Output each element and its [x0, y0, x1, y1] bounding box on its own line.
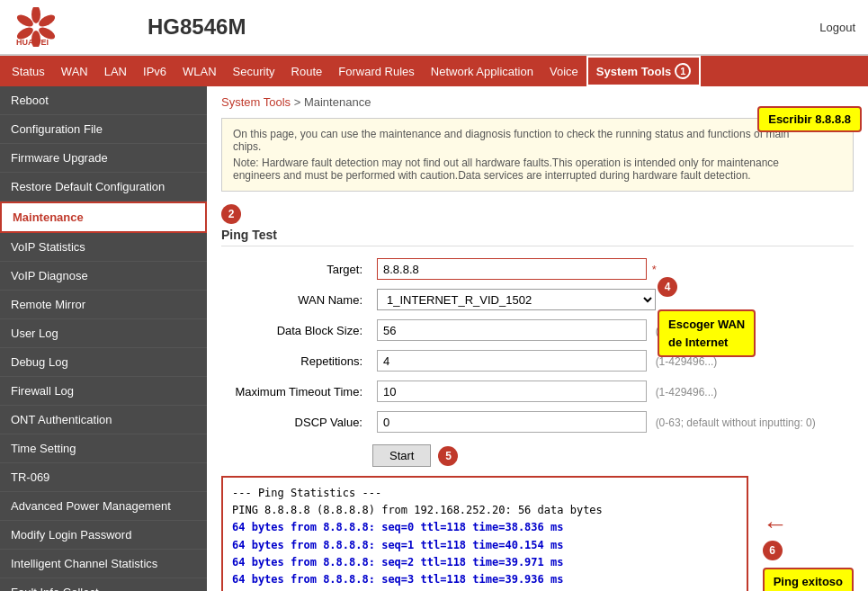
info-text-2: Note: Hardware fault detection may not f… [233, 157, 817, 182]
label-dscp: DSCP Value: [221, 407, 370, 437]
svg-text:HUAWEI: HUAWEI [16, 38, 49, 47]
sidebar-item-maintenance[interactable]: Maintenance [0, 201, 207, 233]
field-wan-cell: 1_INTERNET_R_VID_1502 1_TR069_R_VID_1503… [370, 284, 823, 315]
timeout-input[interactable] [377, 381, 647, 402]
dscp-input[interactable] [377, 411, 647, 433]
badge-4: 4 [658, 277, 677, 297]
form-row-dscp: DSCP Value: (0-63; default without input… [221, 407, 823, 437]
field-target-cell: * [370, 254, 823, 284]
ping-output-wrapper: --- Ping Statistics --- PING 8.8.8.8 (8.… [221, 476, 854, 591]
nav-item-wan[interactable]: WAN [53, 58, 96, 85]
ping-test-section: Ping Test Target: * WAN Name: 1_INTERNET… [221, 228, 854, 591]
info-box: 3 Escribir 8.8.8.8 On this page, you can… [221, 118, 854, 192]
sidebar-item-remote-mirror[interactable]: Remote Mirror [0, 291, 207, 319]
svg-point-0 [31, 7, 40, 23]
sidebar-item-time-setting[interactable]: Time Setting [0, 434, 207, 463]
wan-select[interactable]: 1_INTERNET_R_VID_1502 1_TR069_R_VID_1503… [377, 289, 656, 310]
badge-6: 6 [763, 541, 783, 560]
form-row-wan: WAN Name: 1_INTERNET_R_VID_1502 1_TR069_… [221, 284, 823, 315]
form-row-timeout: Maximum Timeout Time: (1-429496...) [221, 376, 823, 407]
repetitions-input[interactable] [377, 350, 647, 372]
sidebar-item-ont-auth[interactable]: ONT Authentication [0, 406, 207, 434]
badge-5: 5 [438, 446, 458, 466]
hint-timeout: (1-429496...) [656, 386, 718, 398]
start-button[interactable]: Start [372, 444, 431, 467]
ping-output[interactable]: --- Ping Statistics --- PING 8.8.8.8 (8.… [221, 476, 748, 591]
ping-annotation-area: ← 6 Ping exitoso [763, 512, 854, 591]
sidebar-item-intelligent-channel[interactable]: Intelligent Channel Statistics [0, 550, 207, 578]
sidebar-item-reboot[interactable]: Reboot [0, 86, 207, 115]
sidebar-item-user-log[interactable]: User Log [0, 319, 207, 348]
breadcrumb-separator: > [294, 95, 304, 109]
label-repetitions: Repetitions: [221, 345, 370, 376]
ping-test-title: Ping Test [221, 228, 854, 246]
nav-item-network-app[interactable]: Network Application [423, 58, 541, 85]
header: HUAWEI HG8546M Logout [0, 0, 868, 56]
nav-item-lan[interactable]: LAN [96, 58, 135, 85]
nav-item-security[interactable]: Security [225, 58, 283, 85]
nav-item-ipv6[interactable]: IPv6 [135, 58, 174, 85]
form-row-target: Target: * [221, 254, 823, 284]
nav-item-forward-rules[interactable]: Forward Rules [330, 58, 423, 85]
breadcrumb-current: Maintenance [304, 95, 371, 109]
label-target: Target: [221, 254, 370, 284]
sidebar-item-tr069[interactable]: TR-069 [0, 463, 207, 492]
sidebar-item-config-file[interactable]: Configuration File [0, 115, 207, 144]
nav-item-wlan[interactable]: WLAN [174, 58, 225, 85]
device-title: HG8546M [148, 14, 819, 40]
content-area: System Tools > Maintenance 3 Escribir 8.… [207, 86, 868, 591]
badge-2-wrapper: 2 [221, 204, 854, 224]
logo-area: HUAWEI [13, 7, 148, 47]
main-layout: Reboot Configuration File Firmware Upgra… [0, 86, 868, 591]
nav-bar: Status WAN LAN IPv6 WLAN Security Route … [0, 56, 868, 86]
sidebar-item-voip-diagnose[interactable]: VoIP Diagnose [0, 262, 207, 291]
nav-item-status[interactable]: Status [4, 58, 53, 85]
sidebar-item-adv-power[interactable]: Advanced Power Management [0, 492, 207, 521]
nav-item-voice[interactable]: Voice [541, 58, 586, 85]
badge-2: 2 [221, 204, 241, 224]
field-dscp-cell: (0-63; default without inputting: 0) [370, 407, 823, 437]
annotation-escribir: Escribir 8.8.8.8 [757, 106, 862, 132]
annotation-ping-exitoso: Ping exitoso [763, 568, 854, 591]
label-timeout: Maximum Timeout Time: [221, 376, 370, 407]
sidebar-item-firewall-log[interactable]: Firewall Log [0, 377, 207, 406]
sidebar-item-modify-password[interactable]: Modify Login Password [0, 521, 207, 550]
ping-form-table: Target: * WAN Name: 1_INTERNET_R_VID_150… [221, 254, 823, 437]
logout-btn[interactable]: Logout [819, 21, 855, 34]
annotation-escoger: Escoger WAN de Internet [658, 309, 756, 357]
huawei-logo: HUAWEI [13, 7, 59, 47]
nav-item-system-tools[interactable]: System Tools 1 [586, 56, 702, 86]
sidebar-item-restore[interactable]: Restore Default Configuration [0, 173, 207, 201]
start-btn-row: Start 5 [372, 444, 854, 467]
sidebar-item-debug-log[interactable]: Debug Log [0, 348, 207, 377]
sidebar: Reboot Configuration File Firmware Upgra… [0, 86, 207, 591]
sidebar-item-firmware[interactable]: Firmware Upgrade [0, 144, 207, 173]
field-timeout-cell: (1-429496...) [370, 376, 823, 407]
nav-badge: 1 [675, 63, 691, 79]
info-text-1: On this page, you can use the maintenanc… [233, 128, 817, 153]
required-star: * [652, 263, 657, 276]
datablock-input[interactable] [377, 319, 647, 341]
label-wan: WAN Name: [221, 284, 370, 315]
hint-dscp: (0-63; default without inputting: 0) [656, 416, 816, 429]
sidebar-item-fault-info[interactable]: Fault Info Collect [0, 578, 207, 591]
target-input[interactable] [377, 258, 647, 280]
breadcrumb-parent[interactable]: System Tools [221, 95, 291, 109]
arrow-left: ← [763, 512, 788, 537]
label-datablock: Data Block Size: [221, 315, 370, 345]
sidebar-item-voip-stats[interactable]: VoIP Statistics [0, 233, 207, 262]
nav-item-route[interactable]: Route [283, 58, 331, 85]
